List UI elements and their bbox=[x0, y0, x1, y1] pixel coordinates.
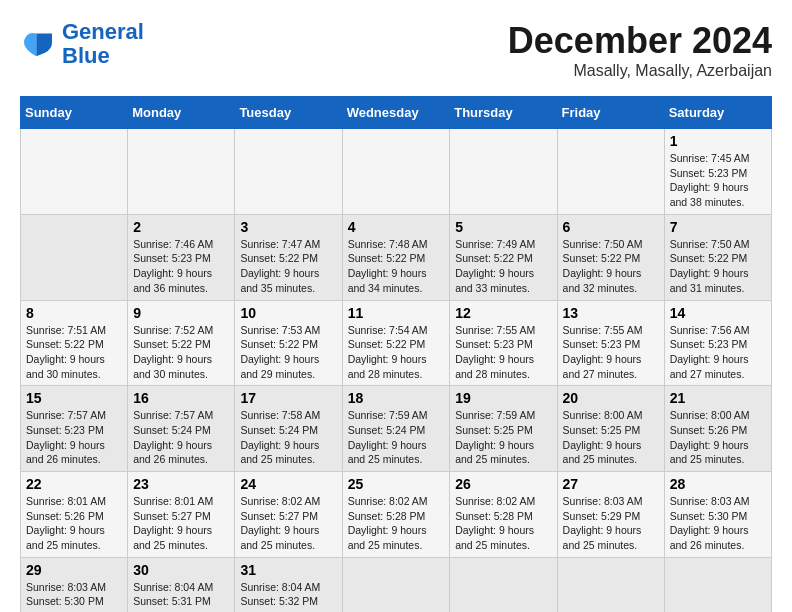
day-number: 6 bbox=[563, 219, 659, 235]
logo-icon bbox=[20, 30, 56, 58]
day-number: 18 bbox=[348, 390, 445, 406]
day-cell bbox=[664, 557, 771, 612]
header-row: SundayMondayTuesdayWednesdayThursdayFrid… bbox=[21, 97, 772, 129]
logo-text: General Blue bbox=[62, 20, 144, 68]
day-cell bbox=[21, 129, 128, 215]
day-detail: Sunrise: 7:50 AMSunset: 5:22 PMDaylight:… bbox=[563, 237, 659, 296]
day-detail: Sunrise: 7:53 AMSunset: 5:22 PMDaylight:… bbox=[240, 323, 336, 382]
day-number: 3 bbox=[240, 219, 336, 235]
day-cell: 3Sunrise: 7:47 AMSunset: 5:22 PMDaylight… bbox=[235, 214, 342, 300]
day-cell bbox=[450, 129, 557, 215]
day-cell: 20Sunrise: 8:00 AMSunset: 5:25 PMDayligh… bbox=[557, 386, 664, 472]
day-cell: 30Sunrise: 8:04 AMSunset: 5:31 PMDayligh… bbox=[128, 557, 235, 612]
month-title: December 2024 bbox=[508, 20, 772, 62]
col-header-saturday: Saturday bbox=[664, 97, 771, 129]
day-detail: Sunrise: 7:52 AMSunset: 5:22 PMDaylight:… bbox=[133, 323, 229, 382]
day-number: 2 bbox=[133, 219, 229, 235]
day-number: 24 bbox=[240, 476, 336, 492]
day-number: 27 bbox=[563, 476, 659, 492]
day-detail: Sunrise: 7:49 AMSunset: 5:22 PMDaylight:… bbox=[455, 237, 551, 296]
day-number: 12 bbox=[455, 305, 551, 321]
week-row-5: 22Sunrise: 8:01 AMSunset: 5:26 PMDayligh… bbox=[21, 472, 772, 558]
day-detail: Sunrise: 7:55 AMSunset: 5:23 PMDaylight:… bbox=[455, 323, 551, 382]
day-detail: Sunrise: 7:47 AMSunset: 5:22 PMDaylight:… bbox=[240, 237, 336, 296]
day-cell bbox=[235, 129, 342, 215]
day-detail: Sunrise: 8:03 AMSunset: 5:30 PMDaylight:… bbox=[26, 580, 122, 612]
day-cell: 16Sunrise: 7:57 AMSunset: 5:24 PMDayligh… bbox=[128, 386, 235, 472]
day-cell: 4Sunrise: 7:48 AMSunset: 5:22 PMDaylight… bbox=[342, 214, 450, 300]
week-row-6: 29Sunrise: 8:03 AMSunset: 5:30 PMDayligh… bbox=[21, 557, 772, 612]
day-cell: 9Sunrise: 7:52 AMSunset: 5:22 PMDaylight… bbox=[128, 300, 235, 386]
day-cell: 18Sunrise: 7:59 AMSunset: 5:24 PMDayligh… bbox=[342, 386, 450, 472]
day-cell: 22Sunrise: 8:01 AMSunset: 5:26 PMDayligh… bbox=[21, 472, 128, 558]
day-detail: Sunrise: 7:45 AMSunset: 5:23 PMDaylight:… bbox=[670, 151, 766, 210]
day-detail: Sunrise: 7:58 AMSunset: 5:24 PMDaylight:… bbox=[240, 408, 336, 467]
day-number: 19 bbox=[455, 390, 551, 406]
day-cell: 28Sunrise: 8:03 AMSunset: 5:30 PMDayligh… bbox=[664, 472, 771, 558]
day-number: 21 bbox=[670, 390, 766, 406]
day-cell: 15Sunrise: 7:57 AMSunset: 5:23 PMDayligh… bbox=[21, 386, 128, 472]
day-detail: Sunrise: 7:57 AMSunset: 5:24 PMDaylight:… bbox=[133, 408, 229, 467]
day-number: 4 bbox=[348, 219, 445, 235]
day-cell: 29Sunrise: 8:03 AMSunset: 5:30 PMDayligh… bbox=[21, 557, 128, 612]
logo: General Blue bbox=[20, 20, 144, 68]
day-number: 10 bbox=[240, 305, 336, 321]
day-number: 26 bbox=[455, 476, 551, 492]
day-cell bbox=[342, 129, 450, 215]
day-cell: 26Sunrise: 8:02 AMSunset: 5:28 PMDayligh… bbox=[450, 472, 557, 558]
day-detail: Sunrise: 7:50 AMSunset: 5:22 PMDaylight:… bbox=[670, 237, 766, 296]
day-cell: 10Sunrise: 7:53 AMSunset: 5:22 PMDayligh… bbox=[235, 300, 342, 386]
day-number: 16 bbox=[133, 390, 229, 406]
day-number: 1 bbox=[670, 133, 766, 149]
week-row-3: 8Sunrise: 7:51 AMSunset: 5:22 PMDaylight… bbox=[21, 300, 772, 386]
day-cell: 24Sunrise: 8:02 AMSunset: 5:27 PMDayligh… bbox=[235, 472, 342, 558]
day-cell: 31Sunrise: 8:04 AMSunset: 5:32 PMDayligh… bbox=[235, 557, 342, 612]
calendar-table: SundayMondayTuesdayWednesdayThursdayFrid… bbox=[20, 96, 772, 612]
day-number: 8 bbox=[26, 305, 122, 321]
day-cell bbox=[342, 557, 450, 612]
col-header-wednesday: Wednesday bbox=[342, 97, 450, 129]
day-detail: Sunrise: 8:03 AMSunset: 5:30 PMDaylight:… bbox=[670, 494, 766, 553]
day-cell bbox=[450, 557, 557, 612]
day-cell: 7Sunrise: 7:50 AMSunset: 5:22 PMDaylight… bbox=[664, 214, 771, 300]
day-cell: 17Sunrise: 7:58 AMSunset: 5:24 PMDayligh… bbox=[235, 386, 342, 472]
day-number: 25 bbox=[348, 476, 445, 492]
day-cell: 6Sunrise: 7:50 AMSunset: 5:22 PMDaylight… bbox=[557, 214, 664, 300]
day-cell: 5Sunrise: 7:49 AMSunset: 5:22 PMDaylight… bbox=[450, 214, 557, 300]
day-detail: Sunrise: 8:02 AMSunset: 5:27 PMDaylight:… bbox=[240, 494, 336, 553]
day-detail: Sunrise: 8:01 AMSunset: 5:26 PMDaylight:… bbox=[26, 494, 122, 553]
day-number: 5 bbox=[455, 219, 551, 235]
col-header-sunday: Sunday bbox=[21, 97, 128, 129]
day-detail: Sunrise: 7:51 AMSunset: 5:22 PMDaylight:… bbox=[26, 323, 122, 382]
day-number: 31 bbox=[240, 562, 336, 578]
day-cell: 1Sunrise: 7:45 AMSunset: 5:23 PMDaylight… bbox=[664, 129, 771, 215]
week-row-4: 15Sunrise: 7:57 AMSunset: 5:23 PMDayligh… bbox=[21, 386, 772, 472]
day-number: 14 bbox=[670, 305, 766, 321]
col-header-thursday: Thursday bbox=[450, 97, 557, 129]
day-cell: 21Sunrise: 8:00 AMSunset: 5:26 PMDayligh… bbox=[664, 386, 771, 472]
day-cell: 2Sunrise: 7:46 AMSunset: 5:23 PMDaylight… bbox=[128, 214, 235, 300]
day-cell: 19Sunrise: 7:59 AMSunset: 5:25 PMDayligh… bbox=[450, 386, 557, 472]
day-number: 7 bbox=[670, 219, 766, 235]
day-detail: Sunrise: 7:48 AMSunset: 5:22 PMDaylight:… bbox=[348, 237, 445, 296]
day-detail: Sunrise: 7:57 AMSunset: 5:23 PMDaylight:… bbox=[26, 408, 122, 467]
day-cell bbox=[557, 129, 664, 215]
day-cell: 8Sunrise: 7:51 AMSunset: 5:22 PMDaylight… bbox=[21, 300, 128, 386]
day-cell: 25Sunrise: 8:02 AMSunset: 5:28 PMDayligh… bbox=[342, 472, 450, 558]
day-number: 11 bbox=[348, 305, 445, 321]
day-detail: Sunrise: 8:03 AMSunset: 5:29 PMDaylight:… bbox=[563, 494, 659, 553]
day-detail: Sunrise: 7:54 AMSunset: 5:22 PMDaylight:… bbox=[348, 323, 445, 382]
title-area: December 2024 Masally, Masally, Azerbaij… bbox=[508, 20, 772, 80]
day-cell: 23Sunrise: 8:01 AMSunset: 5:27 PMDayligh… bbox=[128, 472, 235, 558]
day-detail: Sunrise: 8:01 AMSunset: 5:27 PMDaylight:… bbox=[133, 494, 229, 553]
day-number: 15 bbox=[26, 390, 122, 406]
col-header-friday: Friday bbox=[557, 97, 664, 129]
day-detail: Sunrise: 8:04 AMSunset: 5:32 PMDaylight:… bbox=[240, 580, 336, 612]
day-cell: 11Sunrise: 7:54 AMSunset: 5:22 PMDayligh… bbox=[342, 300, 450, 386]
header: General Blue December 2024 Masally, Masa… bbox=[20, 20, 772, 80]
day-number: 28 bbox=[670, 476, 766, 492]
day-detail: Sunrise: 7:59 AMSunset: 5:24 PMDaylight:… bbox=[348, 408, 445, 467]
location-title: Masally, Masally, Azerbaijan bbox=[508, 62, 772, 80]
day-number: 23 bbox=[133, 476, 229, 492]
day-cell: 12Sunrise: 7:55 AMSunset: 5:23 PMDayligh… bbox=[450, 300, 557, 386]
